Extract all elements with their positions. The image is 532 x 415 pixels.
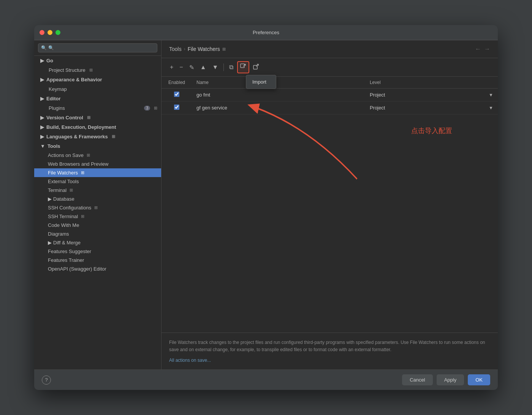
search-input[interactable] — [38, 43, 157, 52]
sidebar-item-features-trainer[interactable]: Features Trainer — [34, 256, 161, 265]
move-up-icon: ▲ — [200, 64, 206, 71]
edit-button[interactable]: ✎ — [187, 62, 196, 73]
expand-icon: ▶ — [40, 96, 44, 101]
search-wrapper: 🔍 — [38, 43, 157, 52]
sidebar-item-label: Appearance & Behavior — [46, 77, 102, 82]
sidebar-item-label: Project Structure — [49, 67, 86, 73]
sidebar-item-keymap[interactable]: Keymap — [34, 84, 161, 94]
sidebar-item-diff-merge[interactable]: ▶ Diff & Merge — [34, 238, 161, 247]
sidebar-item-label: Version Control — [46, 115, 83, 120]
titlebar: Preferences — [34, 25, 498, 40]
search-icon: 🔍 — [41, 45, 47, 51]
description-area: File Watchers track changes to the proje… — [162, 333, 498, 369]
sidebar-item-label: SSH Configurations — [48, 205, 91, 211]
sidebar-item-project-structure[interactable]: Project Structure ⊞ — [34, 65, 161, 75]
minimize-button[interactable] — [48, 30, 52, 35]
sidebar-item-file-watchers[interactable]: File Watchers ⊞ — [34, 168, 161, 177]
sidebar-item-label: Database — [53, 196, 74, 202]
sidebar-item-tools[interactable]: ▼ Tools — [34, 141, 161, 151]
copy-button[interactable]: ⧉ — [227, 62, 236, 72]
sidebar-item-features-suggester[interactable]: Features Suggester — [34, 247, 161, 256]
sidebar-item-ssh-configurations[interactable]: SSH Configurations ⊞ — [34, 203, 161, 212]
close-button[interactable] — [40, 30, 44, 35]
ok-button[interactable]: OK — [468, 374, 490, 385]
enabled-cell — [162, 89, 192, 101]
sync-icon: ⊞ — [89, 68, 93, 73]
sidebar-item-languages[interactable]: ▶ Languages & Frameworks ⊞ — [34, 132, 161, 141]
move-down-icon: ▼ — [212, 64, 218, 71]
sidebar-item-database[interactable]: ▶ Database — [34, 195, 161, 203]
help-button[interactable]: ? — [42, 375, 51, 385]
table-row: gf gen service Project ▼ — [162, 101, 498, 114]
toolbar-separator — [223, 63, 224, 71]
sidebar-item-external-tools[interactable]: External Tools — [34, 177, 161, 186]
sidebar-item-terminal[interactable]: Terminal ⊞ — [34, 186, 161, 195]
export-button[interactable] — [251, 62, 261, 73]
table-row: go fmt Project ▼ — [162, 89, 498, 101]
expand-icon: ▶ — [40, 124, 44, 130]
export-icon — [253, 63, 259, 71]
panel-header: Tools › File Watchers ⊞ ← → — [162, 40, 498, 58]
forward-arrow[interactable]: → — [484, 46, 490, 52]
table-area: Enabled Name Level go fmt — [162, 77, 498, 333]
level-cell: Project ▼ — [365, 89, 498, 101]
sidebar-item-diagrams[interactable]: Diagrams — [34, 230, 161, 238]
sync-icon: ⊞ — [154, 106, 157, 111]
description-link[interactable]: All actions on save... — [169, 358, 211, 363]
expand-icon: ▶ — [40, 77, 44, 82]
sidebar-item-label: Keymap — [49, 86, 67, 92]
sidebar-item-build[interactable]: ▶ Build, Execution, Deployment — [34, 122, 161, 132]
watchers-table: Enabled Name Level go fmt — [162, 77, 498, 114]
sidebar-item-web-browsers[interactable]: Web Browsers and Preview — [34, 160, 161, 168]
main-content: 🔍 ▶ Go Project Structure ⊞ ▶ Appearance … — [34, 40, 498, 369]
sidebar-item-go[interactable]: ▶ Go — [34, 56, 161, 65]
level-dropdown-arrow[interactable]: ▼ — [489, 105, 493, 111]
apply-button[interactable]: Apply — [437, 374, 464, 385]
add-icon: + — [170, 64, 173, 71]
expand-icon: ▶ — [48, 240, 52, 246]
sidebar-item-label: Plugins — [49, 105, 65, 111]
preferences-window: Preferences 🔍 ▶ Go Project Structure ⊞ — [34, 25, 498, 390]
sidebar: 🔍 ▶ Go Project Structure ⊞ ▶ Appearance … — [34, 40, 162, 369]
sidebar-item-label: Code With Me — [48, 222, 79, 228]
enabled-checkbox[interactable] — [174, 92, 179, 97]
enabled-checkbox[interactable] — [174, 105, 179, 110]
maximize-button[interactable] — [55, 30, 60, 35]
move-up-button[interactable]: ▲ — [198, 62, 209, 72]
sidebar-item-openapi-editor[interactable]: OpenAPI (Swagger) Editor — [34, 265, 161, 273]
sidebar-item-version-control[interactable]: ▶ Version Control ⊞ — [34, 113, 161, 122]
plugins-badge: 3 — [144, 106, 150, 111]
search-area: 🔍 — [34, 40, 161, 56]
expand-icon: ▶ — [40, 115, 44, 120]
file-watchers-table: Enabled Name Level go fmt — [162, 77, 498, 114]
sidebar-item-ssh-terminal[interactable]: SSH Terminal ⊞ — [34, 212, 161, 221]
sidebar-item-appearance[interactable]: ▶ Appearance & Behavior — [34, 75, 161, 84]
expand-icon: ▶ — [40, 58, 44, 63]
level-dropdown-arrow[interactable]: ▼ — [489, 92, 493, 98]
move-down-button[interactable]: ▼ — [210, 62, 221, 72]
sidebar-item-label: Editor — [46, 96, 61, 101]
sidebar-item-label: Diff & Merge — [53, 240, 81, 246]
description-text: File Watchers track changes to the proje… — [169, 339, 490, 353]
breadcrumb: Tools › File Watchers ⊞ — [169, 46, 226, 52]
sidebar-item-label: Actions on Save — [48, 152, 84, 158]
import-button[interactable] — [237, 61, 249, 73]
sidebar-item-actions-on-save[interactable]: Actions on Save ⊞ — [34, 151, 161, 160]
import-option[interactable]: Import — [246, 77, 276, 87]
remove-button[interactable]: − — [177, 62, 185, 72]
sidebar-item-label: SSH Terminal — [48, 214, 78, 219]
col-level: Level — [365, 77, 498, 89]
col-enabled: Enabled — [162, 77, 192, 89]
sync-icon: ⊞ — [81, 214, 84, 219]
level-value: Project — [370, 92, 385, 98]
back-arrow[interactable]: ← — [475, 46, 481, 52]
cancel-button[interactable]: Cancel — [402, 374, 432, 385]
sidebar-item-plugins[interactable]: Plugins 3 ⊞ — [34, 103, 161, 113]
breadcrumb-separator: › — [184, 46, 185, 52]
sidebar-item-editor[interactable]: ▶ Editor — [34, 94, 161, 103]
add-button[interactable]: + — [168, 62, 176, 72]
sidebar-item-code-with-me[interactable]: Code With Me — [34, 221, 161, 230]
remove-icon: − — [179, 64, 183, 71]
expand-icon: ▶ — [40, 134, 44, 139]
name-cell: go fmt — [192, 89, 365, 101]
